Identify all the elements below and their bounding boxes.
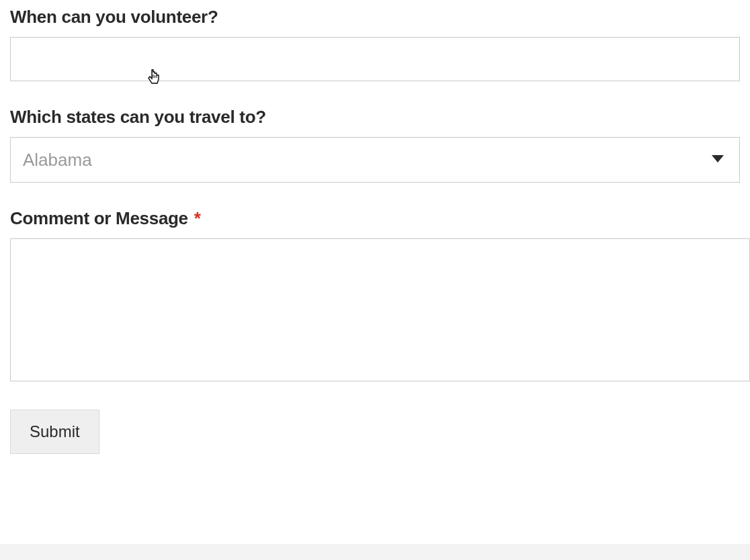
field-volunteer-group: When can you volunteer? xyxy=(10,7,740,81)
submit-button[interactable]: Submit xyxy=(10,410,99,454)
comment-label-text: Comment or Message xyxy=(10,208,188,228)
states-label: Which states can you travel to? xyxy=(10,107,740,128)
required-asterisk: * xyxy=(194,208,201,228)
field-comment-group: Comment or Message * xyxy=(10,208,740,384)
comment-textarea[interactable] xyxy=(10,238,750,381)
states-select-wrapper: Alabama xyxy=(10,137,740,183)
comment-label: Comment or Message * xyxy=(10,208,740,229)
volunteer-label: When can you volunteer? xyxy=(10,7,740,28)
states-select[interactable]: Alabama xyxy=(10,137,740,183)
footer-bar xyxy=(0,544,750,560)
volunteer-input[interactable] xyxy=(10,37,740,81)
field-states-group: Which states can you travel to? Alabama xyxy=(10,107,740,183)
